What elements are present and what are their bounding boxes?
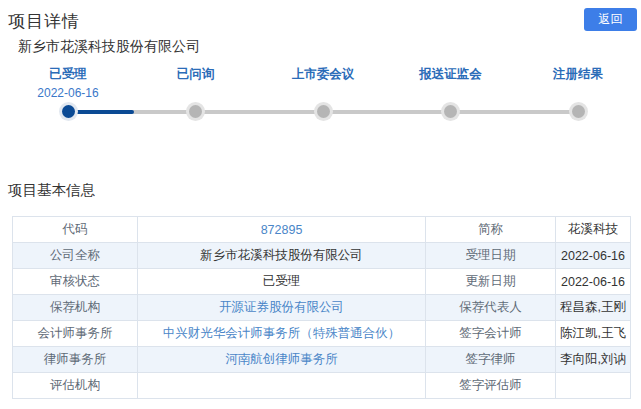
- info-label-text: 签字评估师: [459, 378, 522, 392]
- info-label-text: 评估机构: [50, 378, 100, 392]
- info-label-cell: 保荐代表人: [426, 295, 556, 321]
- info-value-cell: 新乡市花溪科技股份有限公司: [138, 243, 426, 269]
- info-label-text: 律师事务所: [44, 352, 107, 366]
- info-value-text: 2022-06-16: [561, 275, 625, 289]
- stepper-step-label: 上市委会议: [258, 66, 388, 83]
- info-label-cell: 代码: [13, 217, 138, 243]
- info-value-link[interactable]: 中兴财光华会计师事务所（特殊普通合伙）: [163, 326, 401, 340]
- info-label-cell: 律师事务所: [13, 347, 138, 373]
- stepper-progress-fill: [68, 110, 134, 114]
- stepper-dot: [444, 105, 457, 118]
- stepper-step-label: 注册结果: [513, 66, 641, 83]
- info-label-cell: 保荐机构: [13, 295, 138, 321]
- stepper-dot: [317, 105, 330, 118]
- info-value-text: 已受理: [263, 274, 301, 288]
- table-row: 代码872895简称花溪科技: [13, 217, 631, 243]
- info-value-cell: 中兴财光华会计师事务所（特殊普通合伙）: [138, 321, 426, 347]
- info-value-cell: 程昌森,王刚: [556, 295, 631, 321]
- info-label-text: 保荐机构: [50, 300, 100, 314]
- info-label-cell: 受理日期: [426, 243, 556, 269]
- stepper-step-label: 已受理: [3, 66, 133, 83]
- info-value-cell: 花溪科技: [556, 217, 631, 243]
- info-label-cell: 签字律师: [426, 347, 556, 373]
- info-value-text: 新乡市花溪科技股份有限公司: [200, 248, 363, 262]
- info-value-link[interactable]: 开源证券股份有限公司: [219, 300, 344, 314]
- info-label-text: 保荐代表人: [459, 300, 522, 314]
- info-value-cell: 2022-06-16: [556, 243, 631, 269]
- section-title-basic-info: 项目基本信息: [8, 181, 95, 200]
- info-label-cell: 会计师事务所: [13, 321, 138, 347]
- info-label-text: 更新日期: [466, 274, 516, 288]
- table-row: 审核状态已受理更新日期2022-06-16: [13, 269, 631, 295]
- stepper-dot: [189, 105, 202, 118]
- stepper-dot: [572, 105, 585, 118]
- info-label-cell: 评估机构: [13, 373, 138, 399]
- stepper-step: 报送证监会: [386, 66, 516, 83]
- table-row: 公司全称新乡市花溪科技股份有限公司受理日期2022-06-16: [13, 243, 631, 269]
- table-row: 评估机构签字评估师: [13, 373, 631, 399]
- info-value-cell: 872895: [138, 217, 426, 243]
- info-label-text: 签字律师: [466, 352, 516, 366]
- info-label-cell: 签字会计师: [426, 321, 556, 347]
- stepper-step: 注册结果: [513, 66, 641, 83]
- table-row: 律师事务所河南航创律师事务所签字律师李向阳,刘讷: [13, 347, 631, 373]
- stepper-step-label: 已问询: [131, 66, 261, 83]
- info-value-cell: 已受理: [138, 269, 426, 295]
- info-value-cell: 2022-06-16: [556, 269, 631, 295]
- table-row: 会计师事务所中兴财光华会计师事务所（特殊普通合伙）签字会计师陈江凯,王飞: [13, 321, 631, 347]
- info-value-cell: 李向阳,刘讷: [556, 347, 631, 373]
- info-label-cell: 更新日期: [426, 269, 556, 295]
- info-label-text: 会计师事务所: [38, 326, 113, 340]
- table-row: 保荐机构开源证券股份有限公司保荐代表人程昌森,王刚: [13, 295, 631, 321]
- info-label-cell: 签字评估师: [426, 373, 556, 399]
- project-detail-page: 项目详情 返回 新乡市花溪科技股份有限公司 已受理2022-06-16已问询上市…: [0, 0, 641, 409]
- basic-info-table: 代码872895简称花溪科技公司全称新乡市花溪科技股份有限公司受理日期2022-…: [12, 216, 631, 399]
- stepper-step: 上市委会议: [258, 66, 388, 83]
- info-value-text: 陈江凯,王飞: [560, 326, 626, 340]
- info-label-cell: 公司全称: [13, 243, 138, 269]
- stepper-step: 已受理2022-06-16: [3, 66, 133, 100]
- info-value-cell: 开源证券股份有限公司: [138, 295, 426, 321]
- stepper-dot-active: [62, 105, 75, 118]
- info-label-text: 签字会计师: [459, 326, 522, 340]
- info-value-cell: [138, 373, 426, 399]
- info-value-link[interactable]: 河南航创律师事务所: [225, 352, 338, 366]
- info-label-text: 受理日期: [466, 248, 516, 262]
- info-value-link[interactable]: 872895: [261, 223, 303, 237]
- info-label-text: 审核状态: [50, 274, 100, 288]
- info-value-text: 李向阳,刘讷: [560, 352, 626, 366]
- info-value-text: 花溪科技: [568, 222, 618, 236]
- info-value-text: 2022-06-16: [561, 249, 625, 263]
- info-value-cell: [556, 373, 631, 399]
- stepper-step-label: 报送证监会: [386, 66, 516, 83]
- info-value-cell: 河南航创律师事务所: [138, 347, 426, 373]
- info-label-text: 公司全称: [50, 248, 100, 262]
- info-label-text: 简称: [478, 222, 503, 236]
- info-label-cell: 简称: [426, 217, 556, 243]
- info-value-cell: 陈江凯,王飞: [556, 321, 631, 347]
- stepper-step: 已问询: [131, 66, 261, 83]
- info-label-text: 代码: [63, 222, 88, 236]
- progress-stepper: 已受理2022-06-16已问询上市委会议报送证监会注册结果: [0, 0, 641, 150]
- stepper-step-date: 2022-06-16: [3, 86, 133, 100]
- info-label-cell: 审核状态: [13, 269, 138, 295]
- info-value-text: 程昌森,王刚: [560, 300, 626, 314]
